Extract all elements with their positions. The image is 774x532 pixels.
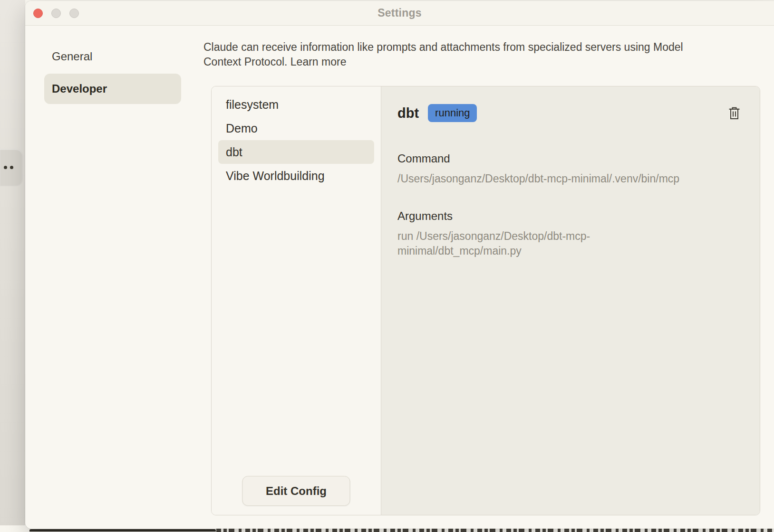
mcp-description-text: Claude can receive information like prom… — [203, 41, 683, 68]
command-label: Command — [397, 152, 741, 165]
edit-config-button[interactable]: Edit Config — [242, 476, 350, 506]
server-list-column: filesystem Demo dbt Vibe Worldbuilding E… — [212, 86, 381, 515]
server-list: filesystem Demo dbt Vibe Worldbuilding — [212, 86, 381, 188]
command-value: /Users/jasonganz/Desktop/dbt-mcp-minimal… — [397, 171, 741, 186]
command-section: Command /Users/jasonganz/Desktop/dbt-mcp… — [397, 152, 741, 186]
window-title: Settings — [25, 7, 774, 19]
server-detail-header: dbt running — [397, 104, 741, 122]
background-left-strip — [0, 0, 25, 532]
server-item-demo[interactable]: Demo — [218, 116, 374, 140]
trash-icon — [729, 107, 740, 120]
status-badge: running — [428, 104, 477, 122]
sidebar-item-general[interactable]: General — [44, 41, 181, 72]
server-item-dbt[interactable]: dbt — [218, 140, 374, 164]
server-item-label: dbt — [226, 145, 242, 159]
delete-server-button[interactable] — [728, 106, 741, 121]
sidebar-item-developer[interactable]: Developer — [44, 74, 181, 104]
titlebar: Settings — [25, 1, 774, 26]
dot-icon — [4, 166, 7, 169]
server-item-label: Vibe Worldbuilding — [226, 169, 325, 183]
arguments-section: Arguments run /Users/jasonganz/Desktop/d… — [397, 209, 741, 258]
arguments-label: Arguments — [397, 209, 741, 223]
sidebar-item-label: Developer — [52, 82, 107, 95]
collapsed-sidebar-tab[interactable] — [0, 149, 22, 185]
mcp-description: Claude can receive information like prom… — [203, 40, 715, 69]
settings-window: Settings General Developer Claude can re… — [25, 1, 774, 529]
server-detail-pane: dbt running Command /Users/jasonganz/Des… — [381, 86, 760, 515]
server-name: dbt — [397, 105, 419, 121]
server-item-label: filesystem — [226, 98, 279, 112]
sidebar-item-label: General — [52, 50, 92, 63]
mcp-servers-panel: filesystem Demo dbt Vibe Worldbuilding E… — [211, 86, 760, 515]
dot-icon — [10, 166, 13, 169]
server-item-vibe-worldbuilding[interactable]: Vibe Worldbuilding — [218, 164, 374, 188]
arguments-value: run /Users/jasonganz/Desktop/dbt-mcp-min… — [397, 229, 625, 258]
server-item-label: Demo — [226, 122, 258, 135]
server-item-filesystem[interactable]: filesystem — [218, 93, 374, 116]
cutoff-underline — [29, 529, 216, 532]
learn-more-link[interactable]: Learn more — [290, 56, 347, 68]
